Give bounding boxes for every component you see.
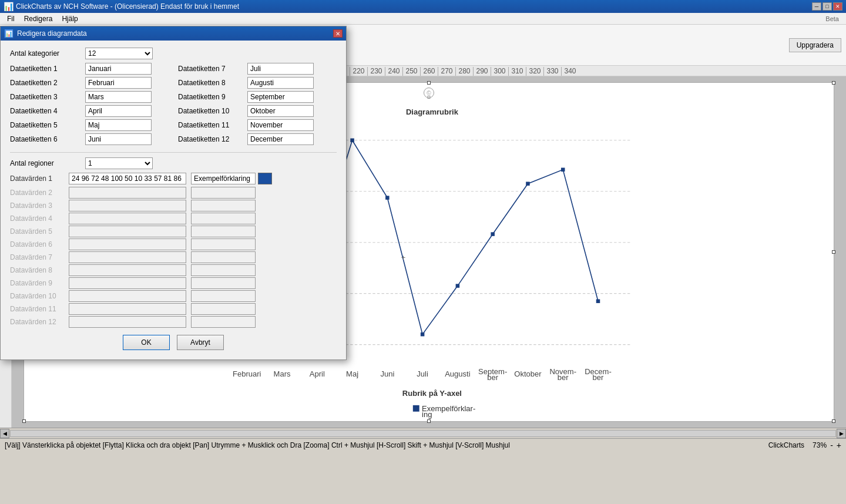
dialog-titlebar: 📊 Redigera diagramdata ✕: [1, 26, 346, 41]
datavarden-3-legend: [191, 200, 256, 211]
dataetiketten-8-input[interactable]: [247, 77, 314, 89]
dataetiketten-9-label: Dataetiketten 9: [178, 93, 243, 101]
dataetiketten-5-input[interactable]: [85, 119, 152, 131]
dialog-icon: 📊: [4, 29, 14, 38]
datavarden-row-2: Datavärden 2: [10, 187, 337, 199]
datavarden-row-3: Datavärden 3: [10, 200, 337, 211]
datavarden-12-legend: [191, 316, 256, 328]
label-row-11: Dataetiketten 11: [178, 119, 337, 131]
datavarden-11-input: [69, 303, 186, 315]
dataetiketten-3-input[interactable]: [85, 91, 152, 103]
datavarden-1-legend[interactable]: [191, 173, 256, 184]
datavarden-4-label: Datavärden 4: [10, 214, 69, 223]
datavarden-row-1: Datavärden 1: [10, 173, 337, 184]
divider-1: [10, 152, 337, 153]
datavarden-row-4: Datavärden 4: [10, 213, 337, 224]
label-row-5: Dataetiketten 5: [10, 119, 169, 131]
datavarden-7-label: Datavärden 7: [10, 253, 69, 261]
dataetiketten-1-input[interactable]: [85, 63, 152, 75]
datavarden-row-10: Datavärden 10: [10, 290, 337, 302]
datavarden-3-label: Datavärden 3: [10, 201, 69, 210]
datavarden-1-input[interactable]: [69, 173, 186, 184]
datavarden-4-input: [69, 213, 186, 224]
dataetiketten-10-label: Dataetiketten 10: [178, 107, 243, 115]
dialog-title: Redigera diagramdata: [17, 29, 87, 38]
datavarden-row-5: Datavärden 5: [10, 226, 337, 237]
dataetiketten-11-label: Dataetiketten 11: [178, 121, 243, 129]
datavarden-1-color[interactable]: [258, 173, 272, 184]
datavarden-8-legend: [191, 264, 256, 276]
dialog-close-button[interactable]: ✕: [333, 29, 343, 38]
datavarden-8-label: Datavärden 8: [10, 266, 69, 274]
datavarden-row-12: Datavärden 12: [10, 316, 337, 328]
label-row-6: Dataetiketten 6: [10, 133, 169, 145]
datavarden-12-label: Datavärden 12: [10, 318, 69, 326]
datavarden-row-8: Datavärden 8: [10, 264, 337, 276]
antal-regioner-select[interactable]: 1: [85, 157, 153, 169]
dataetiketten-10-input[interactable]: [247, 105, 314, 117]
dialog-overlay: 📊 Redigera diagramdata ✕ Antal kategorie…: [0, 0, 846, 504]
datavarden-row-7: Datavärden 7: [10, 251, 337, 263]
datavarden-6-input: [69, 238, 186, 250]
dataetiketten-6-label: Dataetiketten 6: [10, 135, 80, 143]
dataetiketten-6-input[interactable]: [85, 133, 152, 145]
dataetiketten-4-input[interactable]: [85, 105, 152, 117]
datavarden-row-6: Datavärden 6: [10, 238, 337, 250]
dataetiketten-5-label: Dataetiketten 5: [10, 121, 80, 129]
datavarden-9-input: [69, 277, 186, 289]
dataetiketten-9-input[interactable]: [247, 91, 314, 103]
antal-kategorier-label: Antal kategorier: [10, 49, 80, 58]
datavarden-8-input: [69, 264, 186, 276]
dataetiketten-1-label: Dataetiketten 1: [10, 65, 80, 73]
datavarden-6-label: Datavärden 6: [10, 240, 69, 248]
datavarden-9-legend: [191, 277, 256, 289]
dialog: 📊 Redigera diagramdata ✕ Antal kategorie…: [0, 26, 347, 360]
datavarden-6-legend: [191, 238, 256, 250]
label-row-9: Dataetiketten 9: [178, 91, 337, 103]
dataetiketten-12-input[interactable]: [247, 133, 314, 145]
datavarden-5-label: Datavärden 5: [10, 227, 69, 236]
dataetiketten-3-label: Dataetiketten 3: [10, 93, 80, 101]
label-row-1: Dataetiketten 1: [10, 63, 169, 75]
datavarden-1-label: Datavärden 1: [10, 174, 69, 183]
datavarden-2-label: Datavärden 2: [10, 189, 69, 197]
datavarden-5-input: [69, 226, 186, 237]
dialog-title-left: 📊 Redigera diagramdata: [4, 29, 87, 38]
datavarden-3-input: [69, 200, 186, 211]
antal-kategorier-select[interactable]: 12: [85, 48, 153, 59]
dataetiketten-2-input[interactable]: [85, 77, 152, 89]
datavarden-10-legend: [191, 290, 256, 302]
datavarden-11-legend: [191, 303, 256, 315]
label-row-3: Dataetiketten 3: [10, 91, 169, 103]
label-row-2: Dataetiketten 2: [10, 77, 169, 89]
dataetiketten-4-label: Dataetiketten 4: [10, 107, 80, 115]
ok-button[interactable]: OK: [123, 335, 170, 350]
dataetiketten-7-label: Dataetiketten 7: [178, 65, 243, 73]
datavarden-row-9: Datavärden 9: [10, 277, 337, 289]
datavarden-2-input: [69, 187, 186, 199]
dataetiketten-11-input[interactable]: [247, 119, 314, 131]
datavarden-10-input: [69, 290, 186, 302]
dataetiketten-12-label: Dataetiketten 12: [178, 135, 243, 143]
label-row-7: Dataetiketten 7: [178, 63, 337, 75]
right-labels-col: Dataetiketten 7 Dataetiketten 8 Dataetik…: [178, 63, 337, 147]
datavarden-5-legend: [191, 226, 256, 237]
datavarden-7-legend: [191, 251, 256, 263]
datavarden-row-11: Datavärden 11: [10, 303, 337, 315]
datavarden-9-label: Datavärden 9: [10, 279, 69, 287]
label-row-8: Dataetiketten 8: [178, 77, 337, 89]
dataetiketten-8-label: Dataetiketten 8: [178, 79, 243, 87]
datavarden-10-label: Datavärden 10: [10, 292, 69, 300]
dialog-body: Antal kategorier 12 Dataetiketten 1 Data…: [1, 41, 346, 359]
antal-regioner-row: Antal regioner 1: [10, 157, 337, 169]
label-row-12: Dataetiketten 12: [178, 133, 337, 145]
antal-regioner-label: Antal regioner: [10, 159, 80, 167]
left-labels-col: Dataetiketten 1 Dataetiketten 2 Dataetik…: [10, 63, 169, 147]
label-row-10: Dataetiketten 10: [178, 105, 337, 117]
cancel-button[interactable]: Avbryt: [177, 335, 224, 350]
dataetiketten-2-label: Dataetiketten 2: [10, 79, 80, 87]
datavarden-7-input: [69, 251, 186, 263]
dataetiketten-7-input[interactable]: [247, 63, 314, 75]
dialog-button-row: OK Avbryt: [10, 335, 337, 352]
datavarden-11-label: Datavärden 11: [10, 305, 69, 313]
